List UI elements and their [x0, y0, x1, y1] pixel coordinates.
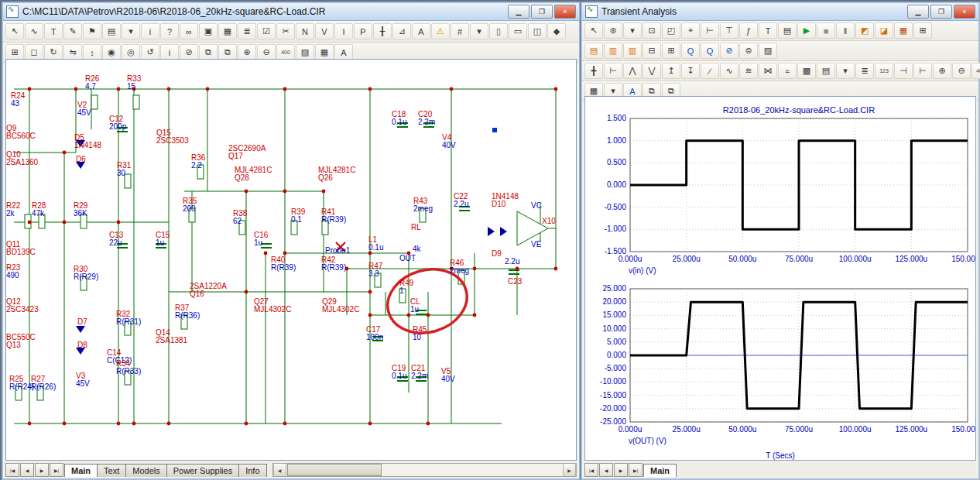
component-label-2sa1220a[interactable]: 2SA1220AQ16: [190, 283, 227, 298]
checkbox-icon[interactable]: ☑: [257, 23, 276, 39]
component-label-r31[interactable]: R3130: [117, 162, 131, 177]
restore-button[interactable]: ❐: [531, 5, 553, 19]
component-label-d6[interactable]: D6: [76, 156, 86, 163]
pause-icon[interactable]: ‖: [836, 22, 855, 39]
scroll-left-icon[interactable]: ◀: [273, 464, 286, 476]
zoom-box-icon[interactable]: ⊡: [642, 22, 661, 39]
component-label-r43[interactable]: R432meg: [413, 197, 433, 213]
component-label-r40[interactable]: R40R(R39): [271, 256, 296, 272]
font-icon[interactable]: A: [334, 44, 353, 60]
component-label-r45[interactable]: R4510: [413, 326, 427, 341]
component-label-d5[interactable]: D51N4148: [74, 134, 101, 149]
info-icon[interactable]: i: [160, 44, 179, 60]
numeric-123-icon[interactable]: 123: [875, 63, 893, 79]
graphics-mode-icon[interactable]: ✎: [63, 23, 82, 39]
pages-dropdown-icon[interactable]: ▾: [836, 63, 855, 79]
scale-mode-icon[interactable]: ◰: [662, 22, 680, 39]
properties-icon[interactable]: ◆: [547, 23, 566, 39]
component-label-r47[interactable]: R473.3: [368, 262, 382, 278]
plot-f1-icon[interactable]: ◩: [855, 22, 874, 39]
component-label-r37[interactable]: R37R(R36): [175, 304, 200, 320]
page-nav-icon-0[interactable]: |◀: [5, 463, 19, 477]
component-label-l1[interactable]: L10.1u: [368, 236, 383, 252]
minimize-button[interactable]: ▁: [907, 5, 929, 19]
page-nav-icon-3[interactable]: ▶|: [629, 463, 642, 477]
component-label-r26[interactable]: R264.7: [85, 75, 99, 91]
minimize-button[interactable]: ▁: [508, 5, 529, 19]
component-label-c18[interactable]: C180.1u: [392, 111, 406, 126]
select-mode-icon[interactable]: ↖: [5, 23, 24, 39]
component-label-d7[interactable]: D7: [77, 318, 87, 326]
component-label-cl[interactable]: CL1u: [410, 298, 420, 314]
close-button[interactable]: ×: [554, 5, 576, 19]
component-label-c21[interactable]: C212.2m: [411, 365, 428, 380]
component-label-q12[interactable]: Q122SC3423: [6, 298, 39, 314]
scroll-right-icon[interactable]: ▶: [563, 464, 576, 476]
component-label-d8[interactable]: D8: [77, 341, 87, 349]
grid-icon[interactable]: #: [451, 23, 469, 39]
zoom-q1-icon[interactable]: Q: [681, 43, 700, 59]
mirror-icon[interactable]: ⇋: [63, 44, 82, 60]
component-label-probe1[interactable]: Probe1: [325, 247, 350, 255]
component-label-r22[interactable]: R222k: [6, 202, 20, 218]
zoom-off-icon[interactable]: ⊘: [720, 43, 738, 59]
select-mode-icon[interactable]: ↖: [584, 22, 603, 39]
pin-connections-icon[interactable]: ╂: [373, 23, 392, 39]
digital-path-icon[interactable]: ▣: [199, 23, 218, 39]
one-plot-icon[interactable]: ▥: [623, 43, 642, 59]
text-mode-icon[interactable]: T: [759, 22, 777, 39]
schematic-horizontal-scrollbar[interactable]: ◀ ▶: [272, 463, 577, 477]
high-icon[interactable]: ↥: [662, 63, 680, 79]
clipboard-icon[interactable]: ▨: [759, 43, 777, 59]
help-mode-icon[interactable]: ?: [160, 23, 179, 39]
repeat-icon[interactable]: ↺: [141, 44, 159, 60]
component-label-r39[interactable]: R390.1: [291, 208, 305, 224]
tag-right-icon[interactable]: ⊢: [913, 63, 932, 79]
component-label-mjl4281c[interactable]: MJL4281CQ26: [318, 166, 355, 182]
condition-icon[interactable]: ⊿: [392, 23, 411, 39]
panel-icon[interactable]: ⊟: [642, 43, 661, 59]
dropdown-icon[interactable]: ▾: [623, 22, 642, 39]
envelope-icon[interactable]: ≈: [778, 63, 797, 79]
inflection-icon[interactable]: ∿: [720, 63, 738, 79]
component-label-r38[interactable]: R3862: [233, 210, 247, 225]
component-label-4k[interactable]: 4k: [413, 245, 421, 253]
page-nav-icon-1[interactable]: ◀: [599, 463, 613, 477]
pan-mode-icon[interactable]: ⊛: [604, 22, 622, 39]
rotate-icon[interactable]: ↻: [44, 44, 63, 60]
picture-dropdown-icon[interactable]: ▾: [122, 23, 140, 39]
component-label-q11[interactable]: Q11BD139C: [6, 241, 36, 256]
component-label-r32[interactable]: R32R(R31): [116, 310, 141, 326]
page-icon[interactable]: ▭: [509, 23, 527, 39]
node-numbers-icon[interactable]: N: [296, 23, 314, 39]
stop-icon[interactable]: ■: [817, 22, 835, 39]
tag-left-icon[interactable]: ⊣: [894, 63, 913, 79]
grid-menu-icon[interactable]: ▦: [315, 44, 334, 60]
sheet-tab-power-supplies[interactable]: Power Supplies: [166, 464, 239, 477]
list-icon[interactable]: ≣: [855, 63, 874, 79]
component-label-ve[interactable]: VE: [531, 241, 541, 249]
vin-chart[interactable]: 0.000u25.000u50.000u75.000u100.000u125.0…: [587, 101, 976, 281]
pages-icon[interactable]: ▤: [817, 63, 835, 79]
component-label-v5[interactable]: V540V: [441, 368, 455, 383]
wire-mode-icon[interactable]: ∿: [25, 23, 43, 39]
component-label-x10[interactable]: X10: [542, 218, 556, 225]
component-label-r42[interactable]: R42R(R39): [321, 256, 346, 272]
component-label-q29[interactable]: Q29MJL4302C: [322, 298, 359, 314]
image-icon[interactable]: ▨: [296, 44, 314, 60]
cursor-cross-icon[interactable]: ╋: [584, 63, 603, 79]
sheet-tab-main[interactable]: Main: [64, 464, 98, 477]
find-icon[interactable]: ◉: [102, 44, 121, 60]
text-mode-icon[interactable]: T: [44, 23, 63, 39]
info-mode-icon[interactable]: i: [141, 23, 159, 39]
component-label-r23[interactable]: R23490: [6, 264, 20, 279]
three-plot-icon[interactable]: ▤: [584, 43, 603, 59]
component-label-v4[interactable]: V440V: [442, 134, 456, 149]
zoom-out-icon[interactable]: ⊖: [257, 44, 276, 60]
page-nav-icon-2[interactable]: ▶: [35, 463, 49, 477]
schematic-titlebar[interactable]: C:\MC11\DATA\Petrov\R2018-06\R2018-06_20…: [3, 3, 579, 21]
pattern-icon[interactable]: ⊞: [5, 44, 24, 60]
panel2-icon[interactable]: ⊞: [662, 43, 680, 59]
component-label-c20[interactable]: C202.2m: [418, 111, 435, 126]
component-label-c13[interactable]: C1322u: [109, 231, 123, 247]
